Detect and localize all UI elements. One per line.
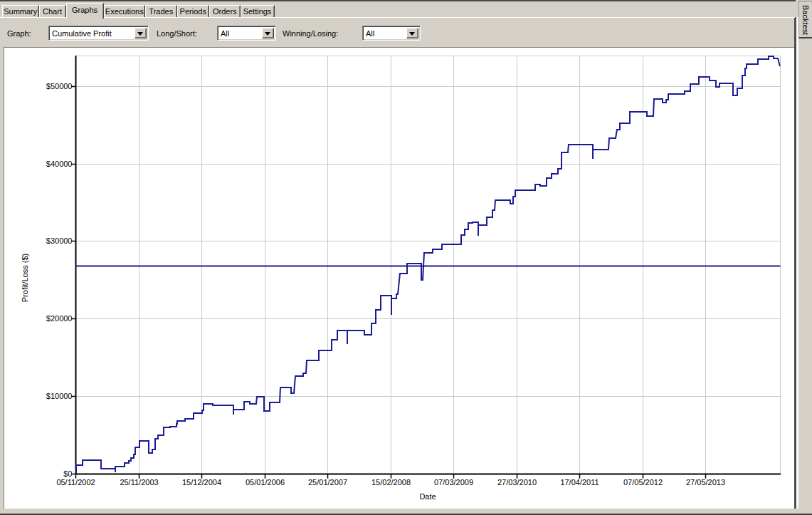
svg-text:07/05/2012: 07/05/2012 (623, 478, 663, 487)
svg-text:$40000: $40000 (46, 160, 73, 168)
svg-text:05/01/2006: 05/01/2006 (246, 478, 285, 487)
svg-text:25/11/2003: 25/11/2003 (120, 478, 158, 487)
svg-text:$50000: $50000 (46, 82, 73, 90)
svg-text:$30000: $30000 (46, 236, 73, 245)
svg-text:27/05/2013: 27/05/2013 (686, 478, 725, 487)
svg-text:25/01/2007: 25/01/2007 (308, 478, 347, 487)
svg-text:15/02/2008: 15/02/2008 (371, 478, 411, 487)
svg-text:$20000: $20000 (46, 314, 73, 323)
svg-text:Profit/Loss ($): Profit/Loss ($) (21, 254, 29, 302)
svg-text:$10000: $10000 (46, 392, 73, 400)
svg-text:17/04/2011: 17/04/2011 (560, 478, 599, 487)
svg-text:15/12/2004: 15/12/2004 (182, 478, 221, 487)
svg-text:Date: Date (419, 492, 436, 501)
svg-text:$0: $0 (63, 469, 72, 478)
svg-text:07/03/2009: 07/03/2009 (434, 478, 473, 487)
svg-text:05/11/2002: 05/11/2002 (56, 478, 95, 487)
svg-text:27/03/2010: 27/03/2010 (497, 478, 537, 487)
